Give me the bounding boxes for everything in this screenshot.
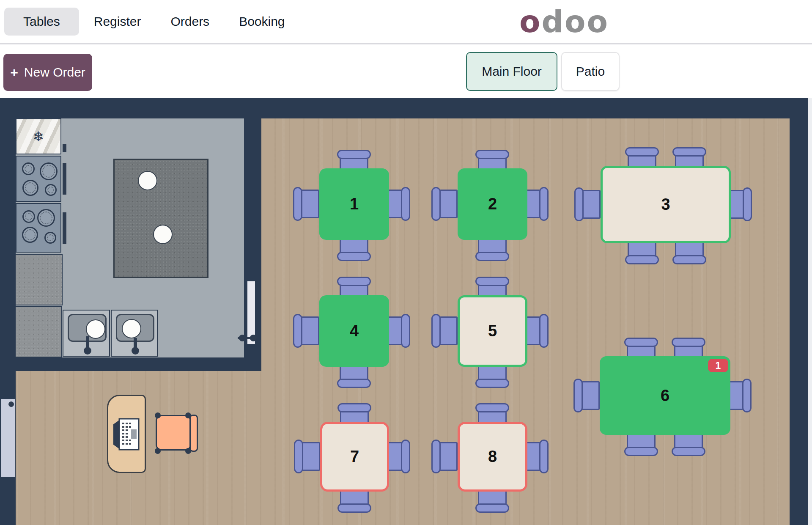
floor-tab-main-floor[interactable]: Main Floor bbox=[466, 52, 557, 91]
kitchen-island bbox=[113, 159, 208, 278]
table-number: 8 bbox=[488, 448, 497, 466]
chair-icon bbox=[294, 440, 320, 473]
plate-icon bbox=[138, 171, 157, 190]
table-8[interactable]: 8 bbox=[458, 422, 527, 492]
sink-bowl bbox=[122, 319, 141, 338]
table-number: 7 bbox=[350, 448, 359, 466]
chair-icon bbox=[574, 187, 601, 221]
table-4[interactable]: 4 bbox=[319, 295, 389, 367]
stove bbox=[16, 203, 61, 253]
cashier-chair bbox=[156, 412, 200, 454]
toolbar: + New Order Main Floor Patio bbox=[0, 46, 812, 98]
chair-icon bbox=[293, 187, 319, 221]
burner-icon bbox=[22, 227, 38, 243]
chair-icon bbox=[293, 314, 319, 348]
chair-icon bbox=[431, 314, 458, 348]
chair-knob bbox=[155, 448, 161, 454]
table-number: 2 bbox=[488, 195, 497, 213]
burner-icon bbox=[37, 209, 55, 227]
order-count-badge: 1 bbox=[708, 359, 728, 372]
chair-knob bbox=[185, 412, 191, 418]
kitchen-sink bbox=[63, 310, 110, 357]
floor-tab-patio[interactable]: Patio bbox=[561, 52, 620, 91]
tab-tables[interactable]: Tables bbox=[4, 8, 79, 36]
top-navbar: Tables Register Orders Booking odoo bbox=[0, 0, 812, 44]
burner-icon bbox=[22, 210, 35, 223]
kitchen-door-knob bbox=[239, 335, 246, 341]
chair-back bbox=[189, 415, 198, 452]
faucet bbox=[86, 336, 89, 348]
kitchen-sink bbox=[111, 310, 158, 357]
burner-icon bbox=[22, 180, 38, 196]
odoo-logo-rest: doo bbox=[541, 4, 609, 39]
table-7[interactable]: 7 bbox=[320, 422, 389, 492]
plus-icon: + bbox=[10, 66, 18, 79]
kitchen-counter bbox=[15, 254, 63, 305]
chair-seat bbox=[156, 415, 191, 451]
wall-right bbox=[790, 98, 808, 525]
table-6[interactable]: 6 1 bbox=[600, 356, 730, 435]
chair-icon bbox=[431, 187, 458, 221]
wall-top bbox=[0, 98, 808, 118]
pos-screen: Tables Register Orders Booking odoo + Ne… bbox=[0, 0, 812, 525]
table-number: 4 bbox=[350, 322, 359, 340]
freezer-handle bbox=[63, 144, 66, 152]
chair-knob bbox=[155, 412, 161, 418]
kitchen-door-knob bbox=[250, 335, 257, 341]
burner-icon bbox=[40, 162, 58, 180]
table-3[interactable]: 3 bbox=[601, 166, 731, 243]
stove-handle bbox=[63, 212, 66, 244]
chair-icon bbox=[431, 440, 458, 473]
cash-register-icon bbox=[113, 418, 140, 451]
burner-icon bbox=[45, 184, 57, 196]
table-5[interactable]: 5 bbox=[458, 295, 527, 367]
burner-icon bbox=[44, 232, 56, 244]
chair-icon bbox=[573, 379, 600, 412]
table-number: 3 bbox=[661, 195, 670, 214]
plate-icon bbox=[153, 225, 173, 244]
tab-register[interactable]: Register bbox=[79, 8, 156, 36]
floor-plan: ❄ bbox=[0, 98, 812, 525]
new-order-label: New Order bbox=[24, 65, 85, 80]
nav-tabs: Tables Register Orders Booking bbox=[0, 8, 300, 36]
odoo-logo-first-letter: o bbox=[519, 4, 541, 39]
faucet-knob bbox=[84, 347, 91, 355]
stove bbox=[16, 156, 61, 202]
chair-knob bbox=[185, 448, 191, 454]
snowflake-icon: ❄ bbox=[33, 129, 44, 145]
tab-orders[interactable]: Orders bbox=[156, 8, 224, 36]
new-order-button[interactable]: + New Order bbox=[3, 54, 92, 91]
table-number: 1 bbox=[350, 195, 359, 213]
table-1[interactable]: 1 bbox=[319, 168, 389, 240]
freezer: ❄ bbox=[16, 118, 61, 154]
faucet-knob bbox=[132, 347, 139, 355]
kitchen-wall-bottom bbox=[0, 357, 261, 371]
odoo-logo: odoo bbox=[519, 0, 609, 43]
table-number: 6 bbox=[661, 387, 669, 405]
kitchen-counter bbox=[15, 306, 62, 357]
entrance-door-knob bbox=[8, 401, 14, 407]
stove-handle bbox=[63, 163, 66, 195]
table-2[interactable]: 2 bbox=[458, 168, 527, 240]
table-number: 5 bbox=[488, 322, 497, 340]
tab-booking[interactable]: Booking bbox=[224, 8, 299, 36]
burner-icon bbox=[22, 162, 35, 175]
entrance-door bbox=[1, 399, 15, 477]
